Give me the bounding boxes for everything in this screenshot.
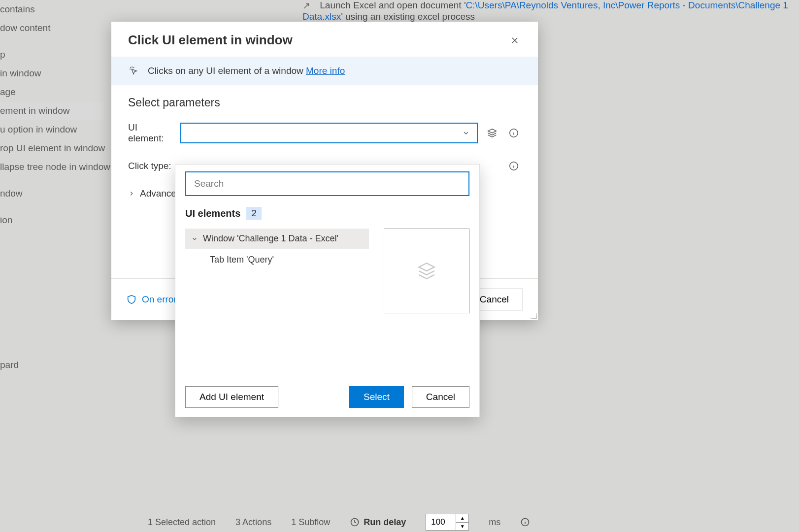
bg-action-list-item[interactable]: rop UI element in window [0,139,103,158]
banner-text: Clicks on any UI element of a window Mor… [148,66,345,76]
info-icon [508,128,519,138]
more-info-link[interactable]: More info [306,66,345,76]
info-button[interactable] [506,126,521,140]
run-delay-input[interactable]: ▲ ▼ [426,514,469,531]
run-delay-label: Run delay [364,517,406,528]
delay-increment-button[interactable]: ▲ [456,514,468,523]
chevron-right-icon [128,190,135,197]
search-input[interactable] [185,171,469,196]
bg-action-list-item[interactable]: age [0,83,103,101]
popover-cancel-button[interactable]: Cancel [412,386,469,408]
info-icon [508,161,519,171]
dialog-title: Click UI element in window [128,33,293,48]
bg-action-list-item[interactable]: ion [0,211,103,230]
element-preview [384,229,469,313]
bg-lower-item: pard [0,360,19,370]
shield-icon [126,294,137,305]
bg-action-list-item[interactable]: p [0,45,103,64]
layers-icon [487,128,498,138]
cursor-click-icon [128,66,139,76]
run-delay-value[interactable] [426,517,456,527]
delay-decrement-button[interactable]: ▼ [456,523,468,531]
clock-icon [350,517,360,527]
bg-action-list-item[interactable] [0,176,103,184]
bg-action-list-item[interactable]: ndow [0,184,103,203]
ui-element-picker-popover: UI elements 2 Window 'Challenge 1 Data -… [175,164,480,417]
status-selected: 1 Selected action [148,517,216,528]
click-type-label: Click type: [128,161,173,171]
bg-action-list-item[interactable] [0,37,103,45]
chevron-down-icon [191,235,198,242]
ui-element-label: UI element: [128,122,173,144]
add-ui-element-button[interactable]: Add UI element [185,386,278,408]
tree-window-node[interactable]: Window 'Challenge 1 Data - Excel' [185,229,369,249]
info-button-clicktype[interactable] [506,159,521,173]
on-error-button[interactable]: On error [126,294,177,305]
close-icon [510,36,519,45]
status-subflows: 1 Subflow [291,517,330,528]
info-icon[interactable] [520,517,530,527]
ui-elements-count-badge: 2 [246,207,262,220]
bg-action-list-item[interactable]: ement in window [0,101,103,120]
bg-action-list-item[interactable] [0,203,103,211]
layers-placeholder-icon [416,261,437,281]
chevron-down-icon [462,129,470,137]
layers-button[interactable] [485,126,499,140]
ui-elements-heading: UI elements [185,208,240,219]
ms-label: ms [489,517,500,528]
status-actions: 3 Actions [235,517,271,528]
close-button[interactable] [506,34,523,47]
bg-action-list-item[interactable]: u option in window [0,120,103,139]
advanced-toggle[interactable]: Advanced [128,188,182,199]
params-heading: Select parameters [128,96,521,109]
bg-action-list-item[interactable]: dow content [0,19,103,37]
bg-action-list-item[interactable]: llapse tree node in window [0,158,103,176]
tree-tab-item-node[interactable]: Tab Item 'Query' [185,249,369,271]
bg-action-list-item[interactable]: contains [0,0,103,19]
bg-action-description: ↗ Launch Excel and open document 'C:\Use… [302,0,799,22]
select-button[interactable]: Select [349,386,404,408]
bg-action-list-item[interactable]: in window [0,64,103,83]
ui-element-combo[interactable] [180,123,478,143]
